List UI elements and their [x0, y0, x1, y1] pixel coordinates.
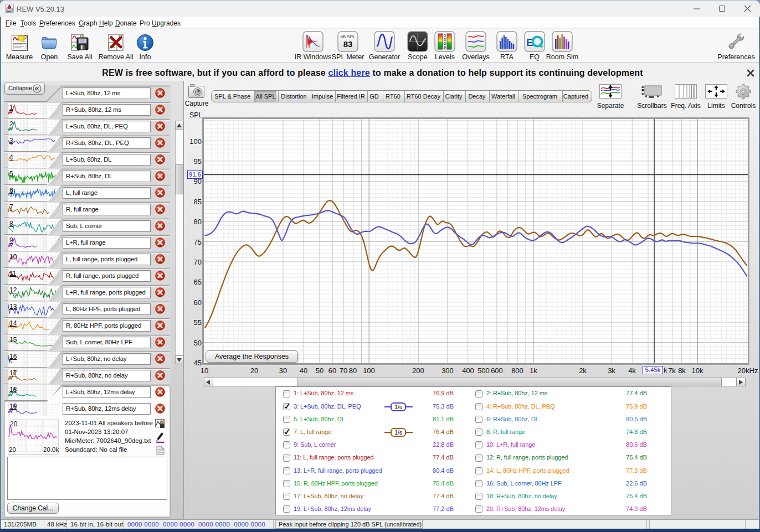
svg-text:83: 83	[343, 39, 353, 49]
svg-text:6: 6	[444, 42, 446, 45]
svg-text:3: 3	[444, 38, 446, 42]
svg-text:9: 9	[444, 45, 446, 49]
svg-text:0: 0	[444, 34, 446, 38]
svg-text:dB SPL: dB SPL	[340, 34, 356, 39]
